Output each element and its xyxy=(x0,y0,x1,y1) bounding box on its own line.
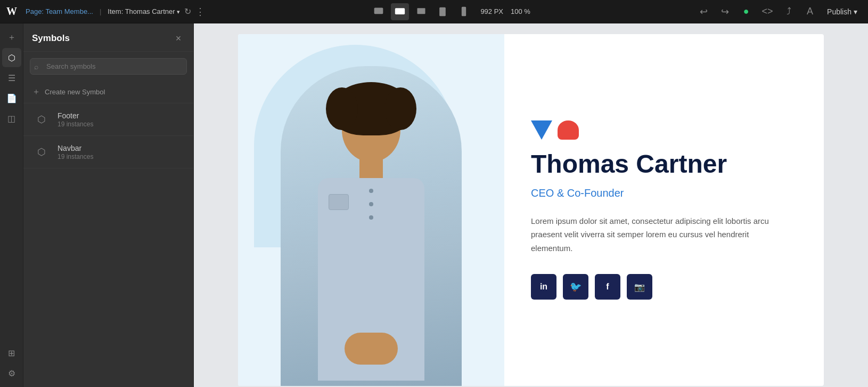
social-icons: in 🐦 f 📷 xyxy=(531,274,797,300)
main-layout: ＋ ⬡ ☰ 📄 ◫ ⊞ ⚙ Symbols × ⌕ ＋ Create new S… xyxy=(0,23,868,387)
search-icon: ⌕ xyxy=(34,62,38,71)
large-desktop-device-btn[interactable] xyxy=(391,3,409,20)
publish-chevron-icon: ▾ xyxy=(854,7,857,16)
shirt-button-1 xyxy=(369,189,373,193)
twitter-icon[interactable]: 🐦 xyxy=(563,274,588,300)
decorator-triangle xyxy=(531,120,552,140)
laptop-device-btn[interactable] xyxy=(412,3,430,20)
user-icon[interactable]: A xyxy=(801,3,818,20)
share-btn[interactable]: ⤴ xyxy=(780,3,797,20)
create-symbol-plus-icon: ＋ xyxy=(32,86,40,98)
symbol-info-navbar: Navbar 19 instances xyxy=(58,144,172,160)
canvas-zoom-display: 100 % xyxy=(511,7,530,15)
more-options-icon[interactable]: ⋮ xyxy=(195,6,205,18)
create-symbol-label: Create new Symbol xyxy=(45,88,105,96)
symbols-title: Symbols xyxy=(32,33,172,44)
refresh-icon[interactable]: ↻ xyxy=(184,6,191,17)
topbar: W Page: Team Membe... | Item: Thomas Car… xyxy=(0,0,868,23)
symbols-close-btn[interactable]: × xyxy=(172,32,185,45)
profile-card: Thomas Cartner CEO & Co-Founder Lorem ip… xyxy=(238,34,824,386)
canvas-size-display: 992 PX xyxy=(480,7,503,15)
item-name: Thomas Cartner xyxy=(125,7,175,15)
symbol-name-footer: Footer xyxy=(58,111,172,120)
code-view-btn[interactable]: <> xyxy=(759,3,776,20)
symbol-name-navbar: Navbar xyxy=(58,144,172,152)
publish-button[interactable]: Publish ▾ xyxy=(823,5,862,18)
symbol-item-footer[interactable]: ⬡ Footer 19 instances ✎ xyxy=(23,103,193,136)
search-input[interactable] xyxy=(30,58,187,75)
item-label: Item: Thomas Cartner ▾ xyxy=(108,7,180,15)
symbol-count-footer: 19 instances xyxy=(58,120,172,128)
person-head xyxy=(342,98,400,162)
tablet-device-btn[interactable] xyxy=(433,3,452,20)
page-label: Page: Team Membe... xyxy=(26,7,93,15)
svg-rect-5 xyxy=(462,6,466,16)
person-hair-right xyxy=(384,87,416,130)
symbols-header: Symbols × xyxy=(23,23,193,52)
profile-photo-area xyxy=(238,34,504,386)
shirt-button-3 xyxy=(369,215,373,220)
person-hands xyxy=(345,333,398,365)
person-container xyxy=(259,34,483,386)
topbar-actions: ↩ ↪ ● <> ⤴ A Publish ▾ xyxy=(695,3,862,20)
create-symbol-btn[interactable]: ＋ Create new Symbol xyxy=(23,81,193,103)
symbols-search: ⌕ xyxy=(30,58,187,75)
symbols-btn[interactable]: ⬡ xyxy=(2,48,21,67)
svg-rect-0 xyxy=(374,7,383,14)
symbols-list: ⬡ Footer 19 instances ✎ ⬡ Navbar 19 inst… xyxy=(23,103,193,387)
undo-btn[interactable]: ↩ xyxy=(695,3,712,20)
shirt-button-2 xyxy=(369,202,373,206)
status-icon: ● xyxy=(738,3,755,20)
canvas-area[interactable]: Thomas Cartner CEO & Co-Founder Lorem ip… xyxy=(194,23,868,387)
symbol-cube-icon-footer: ⬡ xyxy=(32,110,51,129)
person-hair-left xyxy=(326,87,358,130)
symbols-panel: Symbols × ⌕ ＋ Create new Symbol ⬡ Footer… xyxy=(23,23,194,387)
layers-btn[interactable]: ◫ xyxy=(2,109,21,128)
profile-name: Thomas Cartner xyxy=(531,150,797,179)
svg-point-4 xyxy=(443,14,444,15)
settings-btn[interactable]: ⚙ xyxy=(2,364,21,383)
symbol-cube-icon-navbar: ⬡ xyxy=(32,142,51,162)
instagram-icon[interactable]: 📷 xyxy=(627,274,652,300)
linkedin-icon[interactable]: in xyxy=(531,274,556,300)
add-element-btn[interactable]: ＋ xyxy=(2,28,21,47)
profile-decorators xyxy=(531,120,797,140)
svg-rect-1 xyxy=(395,8,405,14)
icon-bar: ＋ ⬡ ☰ 📄 ◫ ⊞ ⚙ xyxy=(0,23,23,387)
cms-btn[interactable]: 📄 xyxy=(2,88,21,108)
person-photo xyxy=(281,66,462,386)
symbol-count-navbar: 19 instances xyxy=(58,153,172,160)
desktop-device-btn[interactable] xyxy=(370,3,388,20)
person-neck xyxy=(359,159,383,181)
profile-bio: Lorem ipsum dolor sit amet, consectetur … xyxy=(531,214,787,255)
profile-title: CEO & Co-Founder xyxy=(531,187,797,199)
topbar-separator: | xyxy=(100,7,101,15)
symbol-item-navbar[interactable]: ⬡ Navbar 19 instances ✎ xyxy=(23,136,193,168)
pages-btn[interactable]: ☰ xyxy=(2,68,21,87)
item-chevron-icon[interactable]: ▾ xyxy=(177,9,180,15)
symbol-info-footer: Footer 19 instances xyxy=(58,111,172,128)
redo-btn[interactable]: ↪ xyxy=(716,3,733,20)
svg-rect-2 xyxy=(417,8,425,14)
profile-info: Thomas Cartner CEO & Co-Founder Lorem ip… xyxy=(504,34,824,386)
shirt-pocket xyxy=(329,194,349,210)
decorator-shield xyxy=(558,120,579,140)
app-logo: W xyxy=(6,5,17,18)
facebook-icon[interactable]: f xyxy=(595,274,620,300)
device-toolbar: 992 PX 100 % xyxy=(209,3,691,20)
apps-btn[interactable]: ⊞ xyxy=(2,343,21,362)
mobile-device-btn[interactable] xyxy=(455,3,473,20)
page-name-link[interactable]: Team Membe... xyxy=(45,7,93,15)
